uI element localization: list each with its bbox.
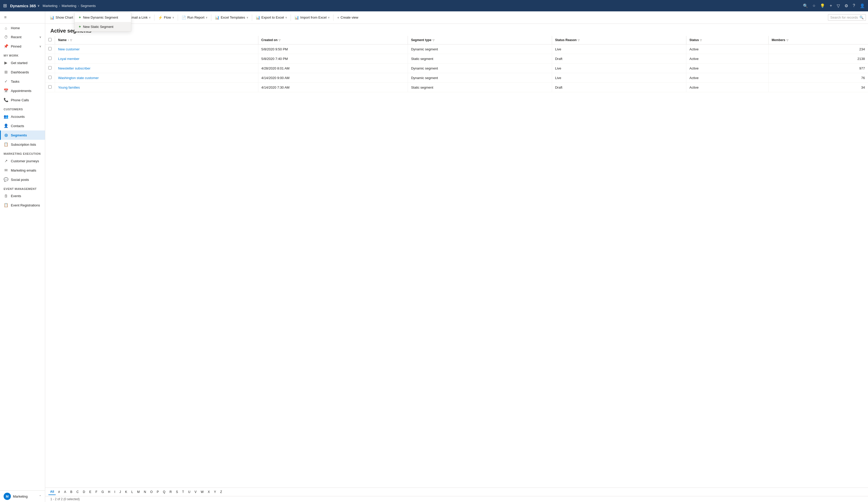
name-filter-icon[interactable]: ▽ (70, 39, 72, 42)
status-reason-filter-icon[interactable]: ▽ (578, 39, 580, 42)
alpha-btn-t[interactable]: T (180, 489, 186, 495)
alpha-btn-j[interactable]: J (117, 489, 123, 495)
row-checkbox-cell[interactable] (45, 83, 55, 92)
alpha-btn-o[interactable]: O (148, 489, 154, 495)
sidebar-item-get-started[interactable]: ▶ Get started (0, 58, 45, 68)
row-checkbox-cell[interactable] (45, 44, 55, 54)
sidebar-item-subscription-lists[interactable]: 📋 Subscription lists (0, 140, 45, 149)
status-filter-icon[interactable]: ▽ (700, 39, 702, 42)
alpha-btn-e[interactable]: E (87, 489, 93, 495)
hamburger-button[interactable]: ≡ (2, 13, 43, 21)
sidebar-item-customer-journeys[interactable]: ↗ Customer journeys (0, 156, 45, 166)
alpha-btn-c[interactable]: C (75, 489, 81, 495)
lightbulb-icon[interactable]: 💡 (820, 3, 825, 8)
sidebar-item-phone-calls[interactable]: 📞 Phone Calls (0, 95, 45, 105)
row-checkbox[interactable] (48, 47, 52, 50)
import-excel-button[interactable]: 📊 Import from Excel ∨ (292, 14, 332, 21)
alpha-btn-k[interactable]: K (123, 489, 129, 495)
flow-button[interactable]: ⚡ Flow ∨ (156, 14, 176, 21)
sidebar-item-dashboards[interactable]: ⊞ Dashboards (0, 68, 45, 77)
alpha-btn-r[interactable]: R (168, 489, 174, 495)
plus-nav-icon[interactable]: + (830, 3, 832, 8)
name-sort-icon: ↑ (68, 39, 69, 42)
new-static-segment-item[interactable]: + New Static Segment (75, 22, 131, 31)
apps-icon[interactable]: ⊞ (3, 3, 7, 9)
user-icon[interactable]: 👤 (860, 3, 865, 8)
created-on-filter-icon[interactable]: ▽ (278, 39, 280, 42)
sidebar-item-events[interactable]: 🗓 Events (0, 192, 45, 201)
members-filter-icon[interactable]: ▽ (786, 39, 788, 42)
row-checkbox-cell[interactable] (45, 63, 55, 73)
status-reason-column-header[interactable]: Status Reason ▽ (552, 36, 686, 44)
brand-logo[interactable]: Dynamics 365 ∨ (10, 3, 40, 8)
sidebar-item-accounts[interactable]: 👥 Accounts (0, 112, 45, 121)
row-name-link[interactable]: Newsletter subscriber (58, 66, 90, 70)
row-name-link[interactable]: Washington state customer (58, 76, 99, 80)
alpha-btn-i[interactable]: I (113, 489, 117, 495)
alpha-btn-q[interactable]: Q (161, 489, 167, 495)
alpha-btn-v[interactable]: V (193, 489, 198, 495)
row-checkbox-cell[interactable] (45, 54, 55, 63)
sidebar-item-event-registrations[interactable]: 📋 Event Registrations (0, 201, 45, 210)
name-column-header[interactable]: Name ↑ ▽ (55, 36, 258, 44)
alpha-btn-l[interactable]: L (130, 489, 135, 495)
checkbox-header[interactable] (45, 36, 55, 44)
filter-nav-icon[interactable]: ▽ (837, 3, 840, 8)
alpha-btn-all[interactable]: All (48, 489, 56, 495)
excel-templates-button[interactable]: 📊 Excel Templates ∨ (212, 14, 251, 21)
sidebar-item-recent[interactable]: ⏱ Recent ∨ (0, 32, 45, 42)
alpha-btn-d[interactable]: D (81, 489, 87, 495)
alpha-btn-u[interactable]: U (186, 489, 192, 495)
sidebar-item-pinned[interactable]: 📌 Pinned ∨ (0, 42, 45, 51)
alpha-btn-a[interactable]: A (62, 489, 68, 495)
user-section[interactable]: M Marketing ⌃ (0, 490, 45, 502)
alpha-btn-b[interactable]: B (69, 489, 74, 495)
created-on-column-header[interactable]: Created on ▽ (258, 36, 408, 44)
row-name-link[interactable]: Loyal member (58, 57, 79, 61)
alpha-btn-m[interactable]: M (135, 489, 142, 495)
sidebar-item-appointments[interactable]: 📅 Appointments (0, 86, 45, 95)
create-view-button[interactable]: + Create view (334, 14, 361, 21)
segment-type-column-header[interactable]: Segment type ▽ (408, 36, 552, 44)
run-report-button[interactable]: 📄 Run Report ∨ (179, 14, 210, 21)
search-bar[interactable]: Search for records 🔍 (828, 14, 866, 21)
alpha-btn-y[interactable]: Y (212, 489, 218, 495)
show-chart-button[interactable]: 📊 Show Chart (47, 14, 76, 21)
alpha-btn-f[interactable]: F (94, 489, 99, 495)
sidebar-item-segments[interactable]: ◎ Segments (0, 131, 45, 140)
alpha-btn-g[interactable]: G (100, 489, 106, 495)
circle-icon[interactable]: ○ (813, 3, 815, 8)
row-name-link[interactable]: New customer (58, 47, 80, 51)
search-nav-icon[interactable]: 🔍 (803, 3, 808, 8)
breadcrumb-marketing2[interactable]: Marketing (62, 4, 76, 8)
segment-type-filter-icon[interactable]: ▽ (433, 39, 435, 42)
sidebar-item-marketing-emails[interactable]: ✉ Marketing emails (0, 166, 45, 175)
settings-icon[interactable]: ⚙ (845, 3, 848, 8)
alpha-btn-#[interactable]: # (56, 489, 62, 495)
status-column-header[interactable]: Status ▽ (686, 36, 768, 44)
sidebar-item-contacts[interactable]: 👤 Contacts (0, 121, 45, 131)
alpha-btn-w[interactable]: W (199, 489, 205, 495)
alpha-btn-p[interactable]: P (155, 489, 161, 495)
help-icon[interactable]: ? (853, 3, 855, 8)
alpha-btn-s[interactable]: S (174, 489, 180, 495)
row-checkbox[interactable] (48, 85, 52, 89)
row-checkbox[interactable] (48, 66, 52, 70)
row-checkbox-cell[interactable] (45, 73, 55, 83)
row-checkbox[interactable] (48, 57, 52, 60)
content-area: 📊 Show Chart + New ∨ ↻ Refresh ✉ Email a… (45, 11, 868, 502)
export-excel-button[interactable]: 📊 Export to Excel ∨ (253, 14, 290, 21)
breadcrumb-marketing[interactable]: Marketing (43, 4, 57, 8)
alpha-btn-h[interactable]: H (106, 489, 112, 495)
sidebar-item-home[interactable]: ⌂ Home (0, 23, 45, 32)
new-dynamic-segment-item[interactable]: + New Dynamic Segment (75, 13, 131, 22)
members-column-header[interactable]: Members ▽ (768, 36, 868, 44)
alpha-btn-n[interactable]: N (142, 489, 148, 495)
alpha-btn-x[interactable]: X (206, 489, 211, 495)
sidebar-item-tasks[interactable]: ✓ Tasks (0, 77, 45, 86)
row-checkbox[interactable] (48, 76, 52, 79)
sidebar-item-social-posts[interactable]: 💬 Social posts (0, 175, 45, 184)
alpha-btn-z[interactable]: Z (218, 489, 224, 495)
row-name-link[interactable]: Young families (58, 85, 80, 89)
select-all-checkbox[interactable] (48, 38, 52, 41)
